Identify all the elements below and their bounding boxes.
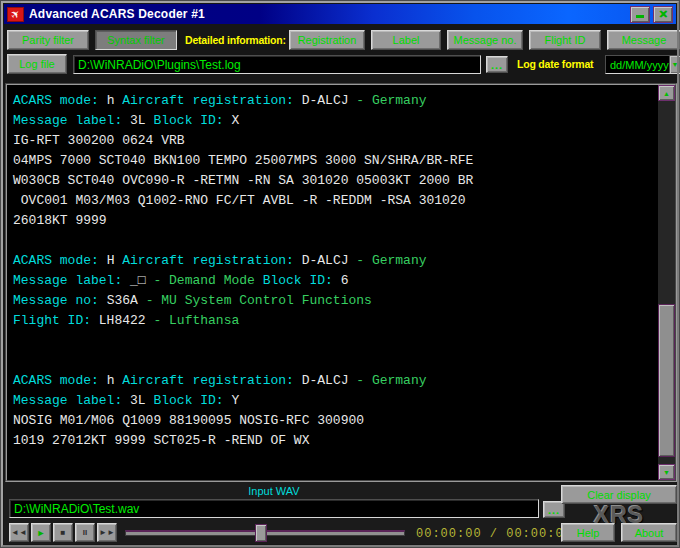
terminal-segment-white: 3L <box>122 393 153 408</box>
log-browse-button[interactable]: ... <box>486 56 508 73</box>
registration-button[interactable]: Registration <box>289 30 365 50</box>
arrow-down-icon: ▼ <box>663 469 670 476</box>
terminal-segment-cyan: Aircraft registration: <box>122 93 294 108</box>
terminal-line: OVC001 M03/M03 Q1002-RNO FC/FT AVBL -R -… <box>13 191 658 211</box>
terminal-segment-white: NOSIG M01/M06 Q1009 88190095 NOSIG-RFC 3… <box>13 413 364 428</box>
rewind-icon: ◄◄ <box>11 528 27 537</box>
chevron-down-icon: ▼ <box>671 61 678 68</box>
terminal-segment-cyan: Message label: <box>13 393 122 408</box>
terminal-segment-white: IG-RFT 300200 0624 VRB <box>13 133 185 148</box>
about-button[interactable]: About <box>621 523 677 542</box>
arrow-up-icon: ▲ <box>663 90 670 97</box>
pause-icon: II <box>83 528 87 537</box>
flight-id-button[interactable]: Flight ID <box>529 30 601 50</box>
terminal-line: 26018KT 9999 <box>13 211 658 231</box>
wav-path-input[interactable]: D:\WiNRADiO\Test.wav <box>9 499 539 518</box>
terminal-line: 1019 27012KT 9999 SCT025-R -REND OF WX <box>13 431 658 451</box>
terminal-segment-white: 6 <box>333 273 349 288</box>
terminal-segment-white: h <box>99 93 122 108</box>
syntax-filter-button[interactable]: Syntax filter <box>95 30 177 50</box>
input-wav-label: Input WAV <box>9 485 539 497</box>
time-display: 00:00:00 / 00:00:00 <box>416 527 566 541</box>
terminal-line: Message no: S36A - MU System Control Fun… <box>13 291 658 311</box>
terminal-line: ACARS mode: h Aircraft registration: D-A… <box>13 91 658 111</box>
play-button[interactable]: ► <box>31 523 51 542</box>
filter-toolbar: Parity filter Syntax filter Detailed inf… <box>5 30 675 51</box>
play-icon: ► <box>37 528 46 538</box>
terminal-segment-green: - Germany <box>356 253 426 268</box>
log-path-input[interactable]: D:\WiNRADiO\Plugins\Test.log <box>73 55 481 74</box>
message-button[interactable]: Message <box>607 30 680 50</box>
help-button[interactable]: Help <box>561 523 615 542</box>
terminal-segment-cyan: Flight ID: <box>13 313 91 328</box>
terminal-segment-white: _□ <box>122 273 153 288</box>
terminal-segment-white: OVC001 M03/M03 Q1002-RNO FC/FT AVBL -R -… <box>13 193 465 208</box>
terminal-segment-cyan: Message label: <box>13 113 122 128</box>
terminal-segment-white: 04MPS 7000 SCT040 BKN100 TEMPO 25007MPS … <box>13 153 473 168</box>
terminal-segment-cyan: Aircraft registration: <box>122 373 294 388</box>
scrollbar-thumb[interactable] <box>658 304 675 457</box>
terminal-segment-white: LH8422 <box>91 313 153 328</box>
terminal-segment-cyan: Block ID: <box>153 113 223 128</box>
label-button[interactable]: Label <box>371 30 441 50</box>
terminal-segment-cyan: ACARS mode: <box>13 253 99 268</box>
titlebar: ✈ Advanced ACARS Decoder #1 ✕ <box>4 4 676 24</box>
terminal-segment-cyan: Aircraft registration: <box>122 253 294 268</box>
pause-button[interactable]: II <box>75 523 95 542</box>
minimize-button[interactable] <box>630 6 650 23</box>
terminal-segment-white: 26018KT 9999 <box>13 213 107 228</box>
close-icon: ✕ <box>658 9 667 20</box>
log-toolbar: Log file D:\WiNRADiO\Plugins\Test.log ..… <box>5 54 675 75</box>
log-file-button[interactable]: Log file <box>7 54 67 74</box>
terminal-line: Message label: 3L Block ID: X <box>13 111 658 131</box>
terminal-segment-cyan: ACARS mode: <box>13 93 99 108</box>
terminal-line: ACARS mode: H Aircraft registration: D-A… <box>13 251 658 271</box>
terminal-segment-cyan: Message label: <box>13 273 122 288</box>
close-button[interactable]: ✕ <box>653 6 673 23</box>
stop-icon: ■ <box>61 528 66 537</box>
rewind-button[interactable]: ◄◄ <box>9 523 29 542</box>
terminal-line: ACARS mode: h Aircraft registration: D-A… <box>13 371 658 391</box>
terminal-segment-green: - Lufthansa <box>153 313 239 328</box>
fast-forward-button[interactable]: ►► <box>97 523 117 542</box>
terminal-line: Message label: 3L Block ID: Y <box>13 391 658 411</box>
window-title: Advanced ACARS Decoder #1 <box>29 7 627 21</box>
terminal-segment-green: - Germany <box>356 93 426 108</box>
app-window: ✈ Advanced ACARS Decoder #1 ✕ Parity fil… <box>0 0 680 548</box>
terminal-segment-white: D-ALCJ <box>294 93 356 108</box>
minimize-icon <box>636 15 644 18</box>
decoder-output-text: ACARS mode: h Aircraft registration: D-A… <box>7 85 658 480</box>
terminal-line <box>13 351 658 371</box>
app-icon: ✈ <box>7 7 24 22</box>
scroll-down-button[interactable]: ▼ <box>658 464 675 480</box>
terminal-segment-white: D-ALCJ <box>294 373 356 388</box>
log-date-format-label: Log date format <box>517 54 593 74</box>
terminal-segment-white: X <box>224 113 240 128</box>
terminal-line: NOSIG M01/M06 Q1009 88190095 NOSIG-RFC 3… <box>13 411 658 431</box>
terminal-segment-white: W030CB SCT040 OVC090-R -RETMN -RN SA 301… <box>13 173 473 188</box>
terminal-segment-green: - Germany <box>356 373 426 388</box>
stop-button[interactable]: ■ <box>53 523 73 542</box>
position-slider-thumb[interactable] <box>255 524 267 542</box>
vertical-scrollbar[interactable]: ▲ ▼ <box>658 85 675 480</box>
terminal-line: Message label: _□ - Demand Mode Block ID… <box>13 271 658 291</box>
terminal-segment-cyan: Message no: <box>13 293 99 308</box>
terminal-segment-cyan: Block ID: <box>153 393 223 408</box>
message-no-button[interactable]: Message no. <box>447 30 523 50</box>
dropdown-button[interactable]: ▼ <box>669 56 680 73</box>
scroll-up-button[interactable]: ▲ <box>658 85 675 101</box>
terminal-segment-cyan: ACARS mode: <box>13 373 99 388</box>
terminal-line <box>13 231 658 251</box>
parity-filter-button[interactable]: Parity filter <box>7 30 89 50</box>
detailed-information-label: Detailed information: <box>185 30 286 50</box>
playback-panel: Input WAV D:\WiNRADiO\Test.wav ... ◄◄ ► … <box>4 482 676 544</box>
terminal-line: IG-RFT 300200 0624 VRB <box>13 131 658 151</box>
terminal-segment-white: H <box>99 253 122 268</box>
terminal-line <box>13 331 658 351</box>
date-format-dropdown[interactable]: dd/MM/yyyy ▼ <box>605 55 680 74</box>
terminal-line: 04MPS 7000 SCT040 BKN100 TEMPO 25007MPS … <box>13 151 658 171</box>
terminal-segment-white: 3L <box>122 113 153 128</box>
terminal-segment-white: h <box>99 373 122 388</box>
terminal-line: W030CB SCT040 OVC090-R -RETMN -RN SA 301… <box>13 171 658 191</box>
date-format-value: dd/MM/yyyy <box>606 56 669 73</box>
